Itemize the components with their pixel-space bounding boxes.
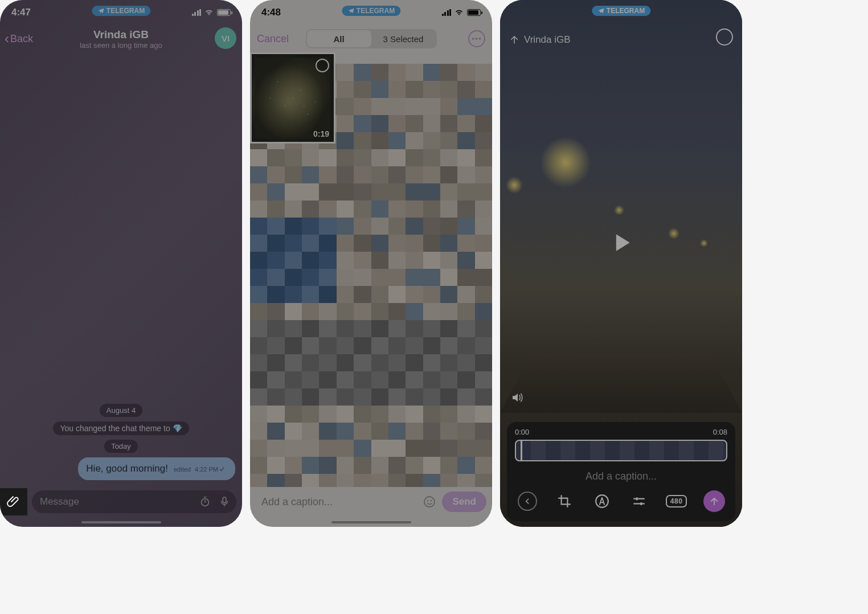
selection-circle[interactable] [316, 59, 329, 72]
crop-button[interactable] [554, 491, 575, 511]
segment-control[interactable]: All 3 Selected [306, 29, 437, 48]
svg-point-4 [431, 500, 432, 501]
avatar[interactable]: VI [215, 27, 236, 49]
screen-chat: 4:47 TELEGRAM ‹ Back Vrinda iGB last see… [0, 0, 242, 527]
chevron-left-icon: ‹ [5, 32, 9, 46]
caption-input[interactable]: Add a caption... [507, 466, 735, 488]
clock: 4:47 [11, 7, 31, 18]
text-icon [595, 494, 609, 509]
status-indicators [192, 9, 231, 16]
clock: 4:48 [261, 7, 281, 18]
crop-icon [557, 494, 572, 509]
status-indicators [442, 9, 481, 16]
cancel-button[interactable]: Cancel [257, 33, 289, 45]
system-message: You changed the chat theme to 💎 [53, 421, 189, 435]
check-icon [219, 466, 227, 472]
editor-panel: 0:00 0:08 Add a caption... 480 [507, 422, 735, 521]
battery-icon [217, 9, 231, 16]
chat-title[interactable]: Vrinda iGB [0, 28, 242, 41]
picker-header: Cancel All 3 Selected ••• [250, 25, 492, 52]
message-placeholder: Message [40, 496, 79, 507]
caption-input[interactable]: Add a caption... [261, 496, 417, 508]
play-icon [609, 230, 634, 255]
back-tool-button[interactable] [517, 491, 538, 511]
message-input[interactable]: Message [32, 490, 236, 513]
editor-toolbar: 480 [507, 488, 735, 515]
home-indicator [81, 521, 161, 523]
svg-point-2 [424, 497, 435, 507]
sound-button[interactable] [510, 391, 524, 404]
recipient-name[interactable]: Vrinda iGB [524, 34, 571, 46]
cellular-icon [192, 9, 202, 16]
sliders-icon [632, 494, 646, 509]
speaker-icon [510, 391, 524, 404]
timer-icon[interactable] [199, 496, 211, 508]
svg-point-3 [427, 500, 428, 501]
notification-pill[interactable]: TELEGRAM [92, 6, 150, 16]
trim-slider[interactable] [515, 440, 727, 461]
chat-header: ‹ Back Vrinda iGB last seen a long time … [0, 25, 242, 52]
send-button[interactable] [703, 490, 725, 512]
outgoing-message[interactable]: Hie, good morning! edited 4:22 PM [78, 457, 235, 480]
home-indicator [331, 521, 411, 523]
wifi-icon [204, 9, 214, 16]
svg-rect-6 [636, 497, 638, 500]
trim-times: 0:00 0:08 [507, 428, 735, 436]
back-button[interactable]: ‹ Back [3, 30, 34, 48]
notification-pill[interactable]: TELEGRAM [342, 6, 400, 16]
message-text: Hie, good morning! [86, 463, 168, 474]
trim-start-time: 0:00 [515, 428, 529, 436]
more-button[interactable]: ••• [468, 30, 485, 47]
video-duration: 0:19 [313, 129, 329, 138]
chat-body: August 4 You changed the chat theme to 💎… [0, 52, 242, 485]
attach-button[interactable] [0, 488, 27, 515]
selection-circle[interactable] [716, 28, 733, 46]
adjust-button[interactable] [629, 491, 649, 511]
notification-app-name: TELEGRAM [107, 7, 145, 15]
quality-chip: 480 [666, 495, 687, 507]
chevron-left-icon [518, 492, 537, 511]
screen-video-editor: TELEGRAM Vrinda iGB 0:00 0:08 Add a capt… [500, 0, 742, 527]
ellipsis-icon: ••• [472, 34, 482, 43]
chat-subtitle: last seen a long time ago [0, 41, 242, 50]
text-button[interactable] [592, 491, 612, 511]
play-button[interactable] [609, 230, 634, 255]
emoji-button[interactable] [423, 495, 436, 509]
message-input-bar: Message [0, 485, 242, 527]
message-meta: edited 4:22 PM [174, 466, 227, 473]
quality-button[interactable]: 480 [666, 491, 687, 511]
cellular-icon [442, 9, 452, 16]
trim-end-time: 0:08 [713, 428, 727, 436]
theme-emoji-icon: 💎 [173, 424, 182, 433]
segment-selected[interactable]: 3 Selected [371, 30, 436, 47]
segment-all[interactable]: All [307, 30, 371, 47]
svg-rect-1 [223, 497, 226, 503]
telegram-icon [97, 7, 104, 14]
video-thumbnail[interactable]: 0:19 [250, 52, 335, 144]
back-label: Back [10, 33, 33, 45]
svg-point-5 [596, 495, 608, 507]
arrow-up-icon [709, 496, 719, 506]
send-button[interactable]: Send [442, 492, 486, 512]
up-arrow-icon[interactable] [509, 35, 519, 45]
date-separator: Today [104, 440, 138, 453]
date-separator: August 4 [100, 404, 142, 417]
telegram-icon [347, 7, 354, 14]
screen-media-picker: 4:48 TELEGRAM Cancel All 3 Selected ••• … [250, 0, 492, 527]
paperclip-icon [7, 495, 21, 509]
wifi-icon [455, 9, 464, 16]
microphone-icon[interactable] [218, 496, 231, 508]
notification-app-name: TELEGRAM [357, 7, 395, 15]
battery-icon [467, 9, 481, 16]
editor-header: Vrinda iGB [500, 0, 742, 57]
trim-playhead[interactable] [521, 440, 522, 461]
svg-rect-7 [640, 502, 642, 505]
